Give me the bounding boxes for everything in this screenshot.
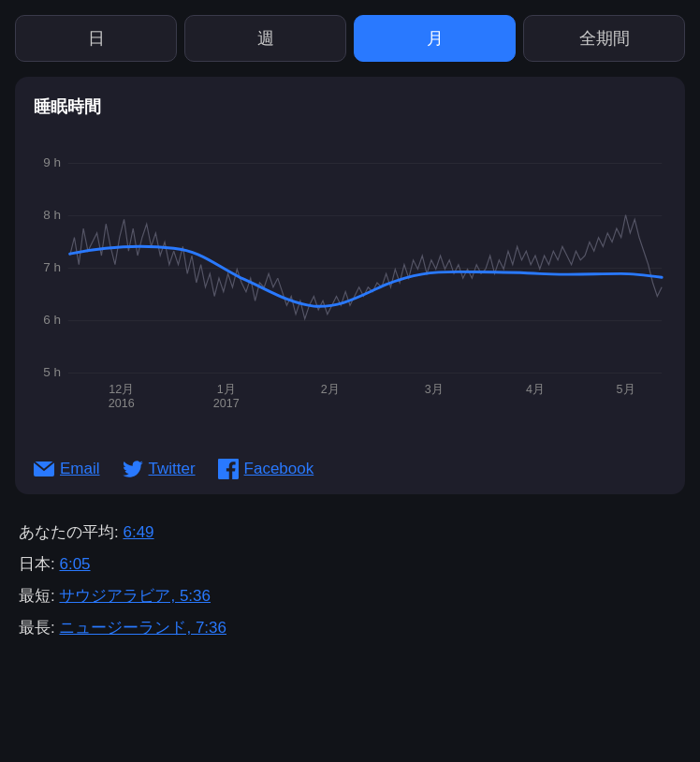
sleep-chart-svg: 9 h 8 h 7 h 6 h 5 h <box>34 133 666 432</box>
stats-section: あなたの平均: 6:49 日本: 6:05 最短: サウジアラビア, 5:36 … <box>15 509 685 652</box>
svg-text:4月: 4月 <box>526 383 545 396</box>
svg-text:5 h: 5 h <box>43 365 61 379</box>
tab-all[interactable]: 全期間 <box>523 15 685 62</box>
svg-text:8 h: 8 h <box>43 208 61 222</box>
longest-value: ニュージーランド, 7:36 <box>59 619 226 637</box>
japan-value: 6:05 <box>59 555 90 573</box>
chart-card: 睡眠時間 9 h 8 h 7 h 6 h 5 h <box>15 77 685 494</box>
your-avg-label: あなたの平均: <box>19 523 123 541</box>
svg-text:7 h: 7 h <box>43 260 61 274</box>
svg-text:1月: 1月 <box>217 383 236 396</box>
svg-text:2月: 2月 <box>321 383 340 396</box>
facebook-icon <box>218 459 239 479</box>
svg-text:5月: 5月 <box>617 383 635 396</box>
facebook-share-button[interactable]: Facebook <box>218 459 314 479</box>
svg-text:3月: 3月 <box>425 383 444 396</box>
svg-text:2016: 2016 <box>109 397 135 410</box>
email-icon <box>34 459 54 479</box>
japan-label: 日本: <box>19 555 59 573</box>
chart-title: 睡眠時間 <box>34 95 666 118</box>
share-row: Email Twitter Facebook <box>34 447 666 479</box>
japan-line: 日本: 6:05 <box>19 549 681 580</box>
svg-text:12月: 12月 <box>109 383 134 396</box>
facebook-label: Facebook <box>244 460 314 478</box>
twitter-share-button[interactable]: Twitter <box>123 459 196 479</box>
tab-month[interactable]: 月 <box>354 15 516 62</box>
svg-text:2017: 2017 <box>213 397 240 410</box>
svg-text:6 h: 6 h <box>43 313 61 327</box>
twitter-icon <box>123 459 143 479</box>
your-avg-value: 6:49 <box>123 523 153 541</box>
email-label: Email <box>60 460 100 478</box>
shortest-line: 最短: サウジアラビア, 5:36 <box>19 580 681 612</box>
email-share-button[interactable]: Email <box>34 459 100 479</box>
tab-bar: 日 週 月 全期間 <box>15 15 685 62</box>
your-avg-line: あなたの平均: 6:49 <box>19 517 681 549</box>
svg-text:9 h: 9 h <box>43 155 61 169</box>
tab-day[interactable]: 日 <box>15 15 177 62</box>
longest-line: 最長: ニュージーランド, 7:36 <box>19 612 681 644</box>
shortest-value: サウジアラビア, 5:36 <box>59 587 211 605</box>
longest-label: 最長: <box>19 619 59 637</box>
twitter-label: Twitter <box>149 460 196 478</box>
chart-area: 9 h 8 h 7 h 6 h 5 h <box>34 133 666 432</box>
shortest-label: 最短: <box>19 587 59 605</box>
tab-week[interactable]: 週 <box>184 15 346 62</box>
